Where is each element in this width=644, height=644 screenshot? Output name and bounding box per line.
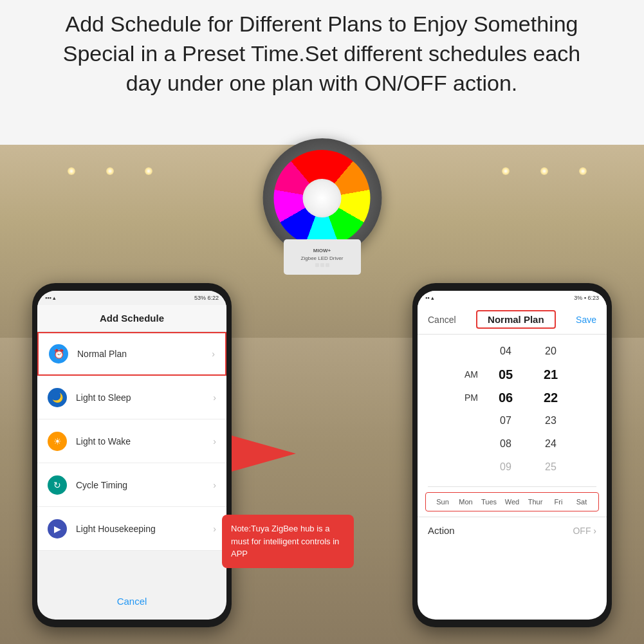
ampm-2: AM [451, 369, 483, 380]
time-picker[interactable]: 04 20 AM 05 21 PM 06 22 0 [418, 335, 607, 484]
light-to-wake-label: Light to Wake [76, 436, 213, 446]
light-to-wake-icon: ☀ [48, 432, 67, 451]
right-plan-title: Normal Plan [476, 310, 556, 329]
min-3: 22 [528, 391, 573, 405]
hour-2: 05 [483, 367, 528, 382]
normal-plan-label: Normal Plan [77, 349, 212, 359]
product-center [303, 179, 342, 217]
right-cancel-btn[interactable]: Cancel [428, 315, 456, 325]
time-row-5: 08 24 [418, 432, 607, 455]
time-row-6: 09 25 [418, 455, 607, 479]
right-status-signal: ▪▪ ▴ [425, 295, 434, 301]
time-row-4: 07 23 [418, 409, 607, 432]
hour-4: 07 [483, 415, 528, 427]
min-5: 24 [528, 438, 573, 450]
ceiling-light-3 [145, 167, 152, 175]
phone-left-screen: ▪▪▪ ▴ 53% 6:22 Add Schedule ⏰ Normal Pla… [37, 291, 226, 620]
day-mon[interactable]: Mon [457, 498, 475, 506]
phone-left: ▪▪▪ ▴ 53% 6:22 Add Schedule ⏰ Normal Pla… [32, 283, 232, 627]
day-fri[interactable]: Fri [549, 498, 567, 506]
light-to-sleep-chevron: › [213, 392, 216, 403]
hour-5: 08 [483, 438, 528, 450]
status-right-info: 53% 6:22 [194, 295, 219, 301]
phone-right-screen: ▪▪ ▴ 3% ▪ 6:23 Cancel Normal Plan Save 0… [418, 291, 607, 620]
min-6: 25 [528, 461, 573, 473]
heading: Add Schedule for Different Plans to Enjo… [32, 10, 611, 98]
hour-1: 04 [483, 345, 528, 357]
phone-left-status-bar: ▪▪▪ ▴ 53% 6:22 [37, 291, 226, 305]
menu-item-cycle-timing[interactable]: ↻ Cycle Timing › [37, 463, 226, 507]
action-label: Action [428, 525, 455, 536]
phone-right: ▪▪ ▴ 3% ▪ 6:23 Cancel Normal Plan Save 0… [412, 283, 612, 627]
light-housekeeping-chevron: › [213, 524, 216, 534]
right-save-btn[interactable]: Save [576, 315, 596, 325]
hour-3: 06 [483, 391, 528, 405]
cancel-label: Cancel [117, 596, 147, 607]
light-to-sleep-icon: 🌙 [48, 388, 67, 407]
menu-item-light-to-sleep[interactable]: 🌙 Light to Sleep › [37, 376, 226, 419]
arrow-indicator [225, 437, 302, 470]
ceiling-light-1 [68, 167, 75, 175]
action-value[interactable]: OFF › [573, 526, 596, 536]
heading-line3: day under one plan with ON/OFF action. [126, 71, 518, 95]
menu-item-light-to-wake[interactable]: ☀ Light to Wake › [37, 419, 226, 463]
main-container: Add Schedule for Different Plans to Enjo… [0, 0, 644, 644]
day-tues[interactable]: Tues [480, 498, 498, 506]
led-strip-coil [274, 150, 371, 246]
arrow-shape [232, 436, 296, 472]
cycle-timing-label: Cycle Timing [76, 480, 213, 490]
light-housekeeping-label: Light Housekeeping [76, 524, 213, 534]
day-sat[interactable]: Sat [573, 498, 591, 506]
days-selector[interactable]: Sun Mon Tues Wed Thur Fri Sat [425, 492, 599, 511]
phone-left-header: Add Schedule [37, 305, 226, 332]
ceiling-light-4 [502, 167, 510, 175]
add-schedule-title: Add Schedule [100, 313, 164, 324]
day-thur[interactable]: Thur [526, 498, 544, 506]
ceiling-light-6 [579, 167, 587, 175]
right-status-battery: 3% ▪ 6:23 [574, 295, 599, 301]
note-text: Note:Tuya ZigBee hub is a must for intel… [231, 524, 339, 558]
day-wed[interactable]: Wed [503, 498, 521, 506]
normal-plan-icon: ⏰ [49, 344, 68, 363]
min-1: 20 [528, 345, 573, 357]
heading-line2: Special in a Preset Time.Set different s… [63, 41, 581, 66]
controller-box: MIOW+ Zigbee LED Driver [284, 239, 361, 275]
hour-6: 09 [483, 461, 528, 473]
right-phone-header: Cancel Normal Plan Save [418, 305, 607, 335]
heading-line1: Add Schedule for Different Plans to Enjo… [66, 12, 578, 36]
normal-plan-chevron: › [212, 349, 215, 359]
light-housekeeping-icon: ▶ [48, 519, 67, 538]
note-bubble: Note:Tuya ZigBee hub is a must for intel… [222, 515, 354, 568]
ceiling-light-2 [106, 167, 114, 175]
action-row[interactable]: Action OFF › [418, 517, 607, 544]
min-4: 23 [528, 415, 573, 427]
time-divider [428, 486, 596, 487]
ampm-3: PM [451, 392, 483, 403]
day-sun[interactable]: Sun [434, 498, 452, 506]
phone-right-status-bar: ▪▪ ▴ 3% ▪ 6:23 [418, 291, 607, 305]
min-2: 21 [528, 367, 573, 382]
ceiling-light-5 [540, 167, 548, 175]
menu-list: ⏰ Normal Plan › 🌙 Light to Sleep › [37, 332, 226, 551]
status-left-signal: ▪▪▪ ▴ [45, 295, 56, 301]
menu-item-normal-plan[interactable]: ⏰ Normal Plan › [37, 332, 226, 376]
light-to-sleep-label: Light to Sleep [76, 392, 213, 403]
menu-item-light-housekeeping[interactable]: ▶ Light Housekeeping › [37, 507, 226, 551]
time-row-2-am: AM 05 21 [418, 363, 607, 386]
time-row-3-pm: PM 06 22 [418, 386, 607, 409]
cycle-timing-icon: ↻ [48, 475, 67, 495]
light-to-wake-chevron: › [213, 436, 216, 446]
cancel-button[interactable]: Cancel [117, 596, 147, 607]
cycle-timing-chevron: › [213, 480, 216, 490]
time-row-1: 04 20 [418, 340, 607, 363]
